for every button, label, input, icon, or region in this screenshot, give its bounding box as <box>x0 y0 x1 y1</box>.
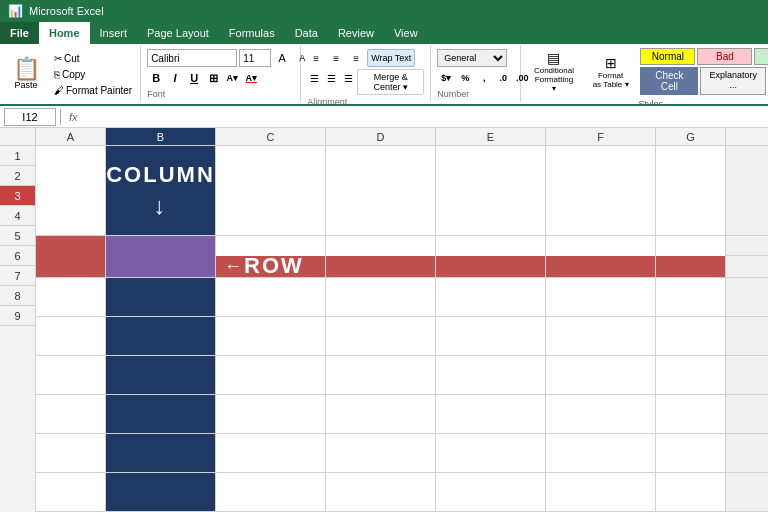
cell-c9[interactable] <box>216 473 326 511</box>
tab-review[interactable]: Review <box>328 22 384 44</box>
increase-decimal-button[interactable]: .0 <box>494 69 512 87</box>
cell-a9[interactable] <box>36 473 106 511</box>
cell-e6[interactable] <box>436 356 546 394</box>
row-header-6[interactable]: 6 <box>0 246 35 266</box>
cell-e2[interactable] <box>436 236 546 256</box>
tab-formulas[interactable]: Formulas <box>219 22 285 44</box>
tab-insert[interactable]: Insert <box>90 22 138 44</box>
col-header-d[interactable]: D <box>326 128 436 145</box>
cell-a7[interactable] <box>36 395 106 433</box>
cell-a3-pre[interactable] <box>36 236 106 256</box>
fill-color-button[interactable]: A▾ <box>223 69 241 87</box>
cell-c8[interactable] <box>216 434 326 472</box>
tab-file[interactable]: File <box>0 22 39 44</box>
cell-c7[interactable] <box>216 395 326 433</box>
tab-home[interactable]: Home <box>39 22 90 44</box>
font-size-input[interactable] <box>239 49 271 67</box>
cell-b3[interactable] <box>106 256 216 277</box>
cell-a3[interactable] <box>36 256 106 277</box>
cell-d5[interactable] <box>326 317 436 355</box>
paste-button[interactable]: 📋 Paste <box>4 48 48 100</box>
cell-g4[interactable] <box>656 278 726 316</box>
cell-g8[interactable] <box>656 434 726 472</box>
cell-b2[interactable] <box>106 236 216 256</box>
tab-page-layout[interactable]: Page Layout <box>137 22 219 44</box>
row-header-2[interactable]: 2 <box>0 166 35 186</box>
row-header-3[interactable]: 3 <box>0 186 35 206</box>
percent-button[interactable]: % <box>456 69 474 87</box>
row-header-5[interactable]: 5 <box>0 226 35 246</box>
align-top-center-button[interactable]: ≡ <box>327 49 345 67</box>
cell-e3[interactable] <box>436 256 546 277</box>
wrap-text-button[interactable]: Wrap Text <box>367 49 415 67</box>
cell-b6[interactable] <box>106 356 216 394</box>
cell-g6[interactable] <box>656 356 726 394</box>
col-header-e[interactable]: E <box>436 128 546 145</box>
cell-f1[interactable] <box>546 146 656 235</box>
cell-b7[interactable] <box>106 395 216 433</box>
cell-d4[interactable] <box>326 278 436 316</box>
col-header-f[interactable]: F <box>546 128 656 145</box>
cell-d1[interactable] <box>326 146 436 235</box>
cell-g3[interactable] <box>656 256 726 277</box>
cell-f8[interactable] <box>546 434 656 472</box>
cell-f2[interactable] <box>546 236 656 256</box>
formula-input[interactable] <box>86 108 764 126</box>
comma-button[interactable]: , <box>475 69 493 87</box>
cell-e8[interactable] <box>436 434 546 472</box>
font-name-input[interactable] <box>147 49 237 67</box>
merge-center-button[interactable]: Merge & Center ▾ <box>357 69 424 95</box>
cell-b4[interactable] <box>106 278 216 316</box>
good-style[interactable]: Good <box>754 48 768 65</box>
cell-e5[interactable] <box>436 317 546 355</box>
cell-f6[interactable] <box>546 356 656 394</box>
cell-c1[interactable] <box>216 146 326 235</box>
cell-b8[interactable] <box>106 434 216 472</box>
font-color-button[interactable]: A▾ <box>242 69 260 87</box>
cell-g5[interactable] <box>656 317 726 355</box>
cell-g7[interactable] <box>656 395 726 433</box>
cell-g2[interactable] <box>656 236 726 256</box>
cell-e9[interactable] <box>436 473 546 511</box>
col-header-c[interactable]: C <box>216 128 326 145</box>
italic-button[interactable]: I <box>166 69 184 87</box>
cell-f5[interactable] <box>546 317 656 355</box>
cell-g1[interactable] <box>656 146 726 235</box>
cell-e1[interactable] <box>436 146 546 235</box>
cell-b1[interactable]: COLUMN ↓ <box>106 146 216 235</box>
cell-c5[interactable] <box>216 317 326 355</box>
bold-button[interactable]: B <box>147 69 165 87</box>
number-format-select[interactable]: General Number Currency Percentage <box>437 49 507 67</box>
col-header-g[interactable]: G <box>656 128 726 145</box>
border-button[interactable]: ⊞ <box>204 69 222 87</box>
row-header-8[interactable]: 8 <box>0 286 35 306</box>
align-top-right-button[interactable]: ≡ <box>347 49 365 67</box>
cell-a8[interactable] <box>36 434 106 472</box>
cell-e7[interactable] <box>436 395 546 433</box>
font-grow-button[interactable]: A <box>273 49 291 67</box>
cut-button[interactable]: ✂ Cut <box>50 51 136 66</box>
explanatory-style[interactable]: Explanatory ... <box>700 67 766 95</box>
cell-b9[interactable] <box>106 473 216 511</box>
row-header-1[interactable]: 1 <box>0 146 35 166</box>
tab-data[interactable]: Data <box>285 22 328 44</box>
align-bottom-right-button[interactable]: ☰ <box>341 69 356 87</box>
cell-f3[interactable] <box>546 256 656 277</box>
cell-d2[interactable] <box>326 236 436 256</box>
cell-b5[interactable] <box>106 317 216 355</box>
col-header-a[interactable]: A <box>36 128 106 145</box>
check-cell-style[interactable]: Check Cell <box>640 67 698 95</box>
cell-a5[interactable] <box>36 317 106 355</box>
cell-reference-input[interactable] <box>4 108 56 126</box>
align-bottom-left-button[interactable]: ☰ <box>307 69 322 87</box>
format-as-table-button[interactable]: ⊞ Formatas Table ▾ <box>584 48 638 95</box>
cell-f7[interactable] <box>546 395 656 433</box>
format-painter-button[interactable]: 🖌 Format Painter <box>50 83 136 98</box>
row-header-4[interactable]: 4 <box>0 206 35 226</box>
normal-style[interactable]: Normal <box>640 48 695 65</box>
align-bottom-center-button[interactable]: ☰ <box>324 69 339 87</box>
cell-c3[interactable]: ← ROW <box>216 256 326 277</box>
row-header-9[interactable]: 9 <box>0 306 35 326</box>
cell-d9[interactable] <box>326 473 436 511</box>
row-header-7[interactable]: 7 <box>0 266 35 286</box>
